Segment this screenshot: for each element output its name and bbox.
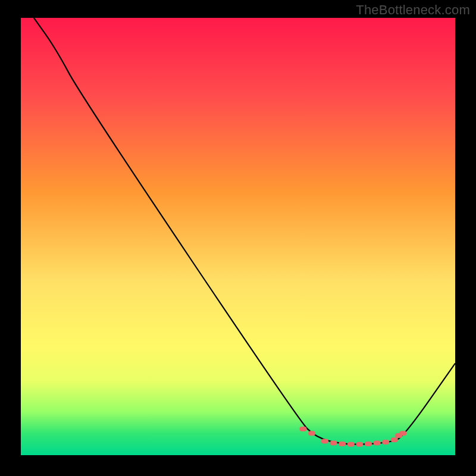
valley-marker [374,440,381,445]
chart-svg [21,18,455,455]
watermark-text: TheBottleneck.com [356,2,470,18]
valley-marker [308,431,315,436]
valley-marker [382,440,389,444]
valley-marker [300,427,307,431]
valley-marker [365,441,372,446]
valley-marker [339,441,346,446]
valley-marker [356,442,363,447]
valley-marker [399,431,406,436]
chart-gradient-background [21,18,455,455]
valley-marker [330,440,337,445]
valley-marker [347,442,355,447]
valley-marker [321,439,328,443]
valley-marker [391,437,398,442]
chart-plot-area [21,18,455,455]
